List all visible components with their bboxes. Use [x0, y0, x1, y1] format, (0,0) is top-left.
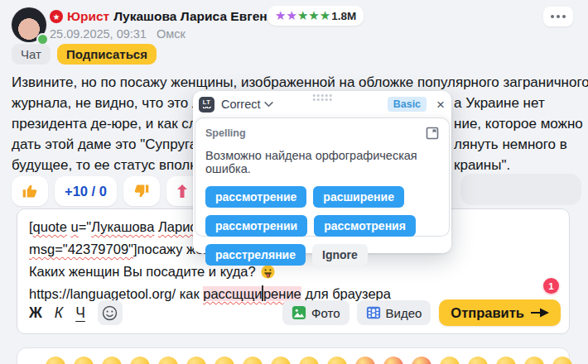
rating-count: 1.8M [331, 10, 356, 22]
editor-toolbar: Ж К Ч Фото Видео Отправить [29, 299, 561, 326]
misspelled-word[interactable]: Лукашова [91, 219, 154, 234]
emoji-rage-icon[interactable] [355, 357, 375, 364]
popup-title: Correct [221, 98, 261, 111]
notification-badge[interactable]: 1 [543, 278, 559, 294]
emoji-row [46, 357, 572, 364]
emoji-kissing-icon[interactable] [496, 357, 516, 364]
attach-photo-button[interactable]: Фото [282, 300, 349, 325]
plan-badge[interactable]: Basic [388, 97, 427, 112]
post-meta: 25.09.2025, 09:31 Омск [50, 27, 186, 41]
emoji-smirk-icon[interactable] [468, 357, 488, 364]
thumbs-up-icon [22, 183, 38, 199]
post-line-text: краины". [454, 155, 510, 175]
suggestion-button[interactable]: расширение [313, 186, 404, 208]
misspelled-word[interactable]: msg="42379709" [29, 242, 133, 256]
emoji-panel [17, 347, 570, 364]
suggestion-button[interactable]: рассмотрении [205, 215, 307, 237]
star-icon: ★ [320, 8, 330, 23]
spellcheck-popup-body: Spelling Возможно найдена орфографическа… [195, 118, 449, 236]
send-button[interactable]: Отправить [439, 299, 561, 326]
post-line-text: ние, которое можно [454, 113, 583, 134]
send-arrow-icon [531, 306, 549, 319]
video-icon [366, 305, 381, 320]
drag-handle-icon[interactable] [313, 94, 332, 101]
photo-label: Фото [311, 306, 340, 320]
emoji-sweat-smile-icon[interactable] [186, 357, 206, 364]
tongue-emoji-icon [261, 265, 275, 279]
emoji-joy-icon[interactable] [214, 357, 234, 364]
underline-button[interactable]: Ч [75, 304, 85, 322]
smiley-icon [102, 305, 118, 321]
suggestion-list: рассмотрение расширение рассмотрении рас… [205, 186, 441, 266]
ellipsis-icon [557, 15, 560, 18]
misspelled-word[interactable]: u [70, 219, 78, 234]
video-label: Видео [386, 306, 422, 320]
suggestion-button[interactable]: расстреляние [205, 244, 306, 266]
post-line-text: будущее, то ее статус вполне т [12, 157, 216, 173]
section-label: Spelling [205, 127, 246, 139]
forum-post-page: ★ Юрист Лукашова Лариса Евгеньевна ★★★★★… [0, 0, 588, 364]
rating-pill[interactable]: ★★★★★ 1.8M [267, 6, 364, 26]
dislike-button[interactable] [123, 176, 160, 206]
post-date: 25.09.2025, 09:31 [50, 27, 147, 41]
post-line-text: а Украине нет [454, 93, 545, 113]
languagetool-logo-icon: LT [199, 97, 214, 113]
emoji-blush-icon[interactable] [299, 357, 319, 364]
spellcheck-popup: LT Correct Basic × Spelling Возможно най… [193, 91, 451, 253]
emoji-laughing-icon[interactable] [158, 357, 178, 364]
star-icon: ★ [275, 8, 286, 23]
like-count-text: +10 / 0 [65, 184, 107, 199]
emoji-relaxed-icon[interactable] [271, 357, 291, 364]
collapsed-reactions-area[interactable] [460, 174, 581, 205]
emoji-smiley-icon[interactable] [74, 357, 94, 364]
send-label: Отправить [451, 305, 524, 321]
like-counter[interactable]: +10 / 0 [55, 176, 117, 206]
spellcheck-message: Возможно найдена орфографическая ошибка. [205, 149, 439, 175]
copy-icon[interactable] [426, 127, 439, 140]
emoji-angry-icon[interactable] [383, 357, 403, 364]
chat-button[interactable]: Чат [12, 44, 51, 65]
author-role: Юрист [67, 9, 109, 24]
emoji-grin-icon[interactable] [130, 357, 150, 364]
emoji-cool-icon[interactable] [552, 357, 572, 364]
thumbs-down-icon [133, 183, 150, 199]
star-icon: ★ [297, 8, 308, 23]
post-line-text: президента де-юре, и как след [12, 116, 213, 132]
spellcheck-popup-header[interactable]: LT Correct Basic × [193, 91, 451, 116]
ellipsis-icon [562, 15, 566, 18]
like-button[interactable] [12, 176, 48, 206]
suggestion-button[interactable]: рассмотрения [314, 215, 416, 237]
suggestion-button[interactable]: рассмотрение [205, 186, 306, 208]
emoji-rofl-icon[interactable] [243, 357, 263, 364]
emoji-grinning-icon[interactable] [46, 357, 65, 364]
chevron-down-icon[interactable] [264, 102, 273, 108]
emoji-smile-icon[interactable] [102, 357, 122, 364]
subscribe-button[interactable]: Подписаться [57, 44, 157, 65]
post-city: Омск [157, 27, 186, 41]
post-line: Извините, но по посажу женщины, изображе… [12, 72, 583, 93]
emoji-happy-icon[interactable] [524, 357, 544, 364]
star-icon: ★ [286, 8, 296, 23]
bold-button[interactable]: Ж [29, 304, 42, 322]
up-arrow-icon [176, 184, 188, 198]
post-menu-button[interactable] [543, 7, 573, 26]
post-line-text: журнала, не видно, что это лед [12, 95, 216, 111]
star-icon: ★ [308, 8, 319, 23]
emoji-picker-button[interactable] [98, 300, 123, 325]
ellipsis-icon [551, 15, 554, 18]
post-line-text: лянуть немного в [454, 134, 567, 155]
post-line-text: дать этой даме это "Супруга б [12, 136, 210, 152]
attach-video-button[interactable]: Видео [357, 300, 431, 325]
ignore-button[interactable]: Ignore [312, 244, 368, 266]
close-icon[interactable]: × [436, 98, 445, 112]
role-star-icon: ★ [50, 10, 63, 23]
photo-icon [292, 305, 306, 320]
italic-button[interactable]: К [55, 304, 63, 322]
emoji-innocent-icon[interactable] [327, 357, 347, 364]
emoji-wink-icon[interactable] [440, 357, 460, 364]
post-line-text: Извините, но по посажу женщины, изображе… [12, 74, 588, 90]
misspelled-word[interactable]: quote [33, 219, 67, 234]
emoji-heart-face-icon[interactable] [412, 357, 431, 364]
